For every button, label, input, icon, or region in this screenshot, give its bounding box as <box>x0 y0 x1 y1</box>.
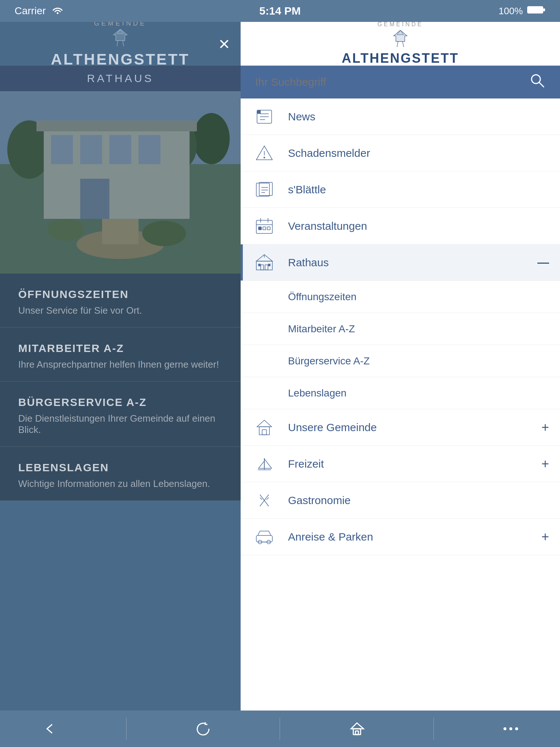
list-item[interactable]: LEBENSLAGEN Wichtige Informationen zu al… <box>0 447 241 501</box>
menu-item-rathaus[interactable]: Rathaus — <box>241 244 560 281</box>
svg-rect-52 <box>268 264 270 266</box>
menu-label-veranstaltungen: Veranstaltungen <box>288 220 549 232</box>
status-time: 5:14 PM <box>259 5 300 17</box>
svg-rect-48 <box>261 265 264 270</box>
sub-label-oeffnungszeiten: Öffnungszeiten <box>288 291 357 303</box>
page-title: RATHAUS <box>87 72 153 85</box>
home-icon <box>252 415 277 440</box>
more-button[interactable] <box>489 716 533 742</box>
list-item[interactable]: ÖFFNUNGSZEITEN Unser Service für Sie vor… <box>0 274 241 328</box>
menu-item-gastronomie[interactable]: Gastronomie <box>241 482 560 519</box>
separator-1 <box>126 718 127 740</box>
sub-item-oeffnungszeiten[interactable]: Öffnungszeiten <box>241 281 560 313</box>
car-icon <box>252 524 277 550</box>
sub-item-mitarbeiter[interactable]: Mitarbeiter A-Z <box>241 313 560 345</box>
warning-icon <box>252 140 277 166</box>
menu-label-freizeit: Freizeit <box>288 458 541 470</box>
active-indicator <box>241 244 243 280</box>
carrier-label: Carrier <box>15 5 46 17</box>
svg-point-33 <box>264 157 265 158</box>
svg-rect-55 <box>262 430 267 435</box>
menu-item-news[interactable]: News <box>241 98 560 135</box>
sub-label-lebenslagen: Lebenslagen <box>288 387 346 399</box>
right-header: GEMEINDE ALTHENGSTETT <box>241 22 560 66</box>
sub-item-lebenslagen[interactable]: Lebenslagen <box>241 377 560 409</box>
menu-item-freizeit[interactable]: Freizeit + <box>241 446 560 482</box>
svg-rect-54 <box>259 427 269 435</box>
menu-item-unsere-gemeinde[interactable]: Unsere Gemeinde + <box>241 409 560 446</box>
battery-icon <box>527 5 545 17</box>
back-button[interactable] <box>27 716 71 742</box>
left-logo: GEMEINDE ALTHENGSTETT <box>51 22 190 68</box>
expand-icon-anreise[interactable]: + <box>541 529 549 545</box>
home-button[interactable] <box>335 716 379 742</box>
separator-2 <box>280 718 280 740</box>
left-panel: GEMEINDE ALTHENGSTETT × RATHAUS <box>0 22 241 711</box>
svg-rect-44 <box>263 227 266 230</box>
item-title-0: ÖFFNUNGSZEITEN <box>18 288 222 301</box>
svg-rect-4 <box>543 8 545 11</box>
building-image <box>0 91 241 274</box>
item-title-3: LEBENSLAGEN <box>18 461 222 474</box>
svg-rect-45 <box>267 227 270 230</box>
menu-label-blaettle: s'Blättle <box>288 183 549 196</box>
sub-label-buergerservice: Bürgerservice A-Z <box>288 355 370 367</box>
status-bar-left: Carrier <box>15 5 63 17</box>
calendar-icon <box>252 213 277 239</box>
building-overlay <box>0 91 241 274</box>
item-title-2: BÜRGERSERVICE A-Z <box>18 396 222 409</box>
menu-item-anreise[interactable]: Anreise & Parken + <box>241 519 560 555</box>
gastronomie-icon <box>252 488 277 513</box>
right-logo-name: ALTHENGSTETT <box>342 51 459 66</box>
svg-point-71 <box>503 727 506 730</box>
svg-point-73 <box>515 727 518 730</box>
item-desc-0: Unser Service für Sie vor Ort. <box>18 305 222 316</box>
list-item[interactable]: BÜRGERSERVICE A-Z Die Dienstleistungen I… <box>0 382 241 447</box>
svg-marker-58 <box>258 461 264 468</box>
svg-marker-53 <box>257 420 272 427</box>
svg-rect-34 <box>256 183 269 196</box>
svg-line-25 <box>539 82 544 87</box>
wifi-icon <box>52 5 63 17</box>
sub-item-buergerservice[interactable]: Bürgerservice A-Z <box>241 345 560 377</box>
item-desc-1: Ihre Ansprechpartner helfen Ihnen gerne … <box>18 359 222 370</box>
collapse-icon[interactable]: — <box>537 256 549 269</box>
svg-rect-70 <box>355 731 358 735</box>
menu-item-schadensmelder[interactable]: Schadensmelder <box>241 135 560 171</box>
separator-3 <box>433 718 434 740</box>
left-logo-gemeinde: GEMEINDE <box>94 22 147 27</box>
expand-icon-gemeinde[interactable]: + <box>541 420 549 435</box>
search-icon[interactable] <box>529 73 545 92</box>
refresh-button[interactable] <box>181 716 225 742</box>
bottom-bar <box>0 711 560 747</box>
menu-item-veranstaltungen[interactable]: Veranstaltungen <box>241 208 560 244</box>
svg-rect-3 <box>528 7 542 13</box>
close-button[interactable]: × <box>219 34 230 53</box>
right-logo: GEMEINDE ALTHENGSTETT <box>342 22 459 66</box>
sub-items-rathaus: Öffnungszeiten Mitarbeiter A-Z Bürgerser… <box>241 281 560 409</box>
menu-label-gastronomie: Gastronomie <box>288 494 549 507</box>
left-header: GEMEINDE ALTHENGSTETT × <box>0 22 241 66</box>
svg-rect-49 <box>265 265 268 270</box>
menu-label-anreise: Anreise & Parken <box>288 531 541 543</box>
expand-icon-freizeit[interactable]: + <box>541 456 549 472</box>
sub-label-mitarbeiter: Mitarbeiter A-Z <box>288 323 355 335</box>
svg-rect-69 <box>353 729 361 735</box>
svg-point-0 <box>57 12 58 14</box>
left-logo-name: ALTHENGSTETT <box>51 51 190 68</box>
menu-item-blaettle[interactable]: s'Blättle <box>241 171 560 208</box>
main-layout: GEMEINDE ALTHENGSTETT × RATHAUS <box>0 22 560 711</box>
svg-point-24 <box>532 75 540 84</box>
svg-rect-43 <box>258 227 261 230</box>
search-input[interactable] <box>255 76 522 88</box>
item-title-1: MITARBEITER A-Z <box>18 342 222 355</box>
svg-line-63 <box>267 498 269 500</box>
svg-marker-68 <box>351 723 363 729</box>
menu-label-unsere-gemeinde: Unsere Gemeinde <box>288 421 541 434</box>
item-desc-2: Die Dienstleistungen Ihrer Gemeinde auf … <box>18 413 222 436</box>
list-item[interactable]: MITARBEITER A-Z Ihre Ansprechpartner hel… <box>0 328 241 382</box>
svg-line-62 <box>260 498 262 500</box>
status-bar: Carrier 5:14 PM 100% <box>0 0 560 22</box>
menu-label-rathaus: Rathaus <box>288 256 537 269</box>
status-bar-right: 100% <box>499 5 546 17</box>
